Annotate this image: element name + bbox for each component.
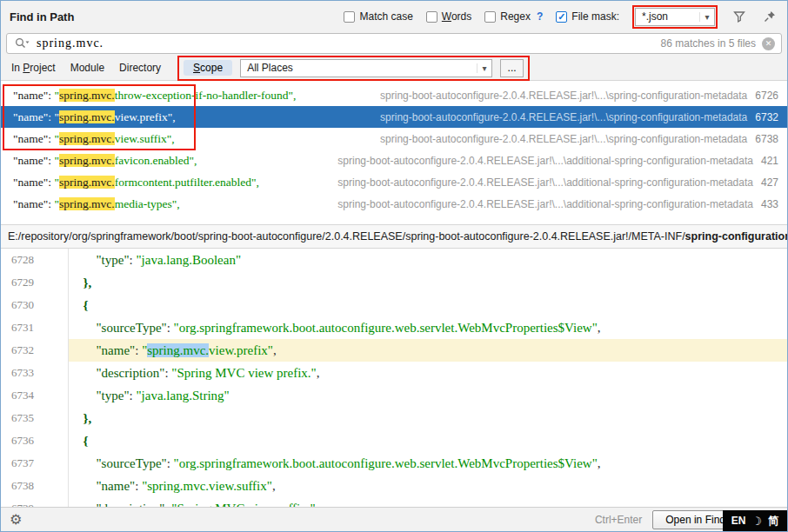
gear-icon[interactable]: ⚙ (10, 513, 22, 527)
ime-mode: 简 (768, 514, 778, 529)
file-mask-value: *.json (636, 10, 699, 23)
file-mask-label: File mask: (571, 10, 619, 23)
ime-indicator[interactable]: EN ☽ 简 (723, 510, 787, 531)
annotation-box-scope: Scope All Places ▾ ... (177, 56, 530, 81)
code-text: "name": "spring.mvc.view.prefix", (69, 339, 787, 362)
regex-label: Regex (500, 10, 531, 23)
result-code: "name": "spring.mvc.media-types", (13, 197, 180, 211)
line-number: 6739 (1, 497, 69, 507)
result-file-path: spring-boot-autoconfigure-2.0.4.RELEASE.… (337, 176, 753, 189)
file-path-text: E:/repository/org/springframework/boot/s… (8, 230, 685, 243)
file-mask-option[interactable]: ✓ File mask: (556, 10, 619, 23)
result-row[interactable]: "name": "spring.mvc.throw-exception-if-n… (1, 84, 787, 106)
scope-tab-in-project[interactable]: In Project (11, 62, 56, 74)
shortcut-hint: Ctrl+Enter (595, 514, 642, 526)
editor-preview[interactable]: 6728 "type": "java.lang.Boolean"6729 },6… (1, 249, 787, 507)
editor-line: 6736 { (1, 429, 787, 452)
scope-value: All Places (241, 62, 477, 74)
result-row[interactable]: "name": "spring.mvc.favicon.enabled",spr… (1, 150, 787, 171)
line-number: 6728 (1, 249, 69, 271)
ime-language: EN (731, 515, 746, 527)
result-code: "name": "spring.mvc.favicon.enabled", (13, 154, 197, 168)
clear-search-icon[interactable]: ✕ (762, 37, 775, 50)
scope-tab-module[interactable]: Module (70, 62, 104, 74)
result-location: spring-boot-autoconfigure-2.0.4.RELEASE.… (337, 198, 778, 210)
editor-line: 6728 "type": "java.lang.Boolean" (1, 249, 787, 271)
line-number: 6734 (1, 384, 69, 407)
regex-checkbox[interactable] (484, 11, 496, 23)
search-field[interactable]: spring.mvc. 86 matches in 5 files ✕ (6, 33, 782, 54)
editor-line: 6733 "description": "Spring MVC view pre… (1, 362, 787, 384)
match-highlight: spring.mvc. (59, 154, 115, 167)
words-label: Words (442, 10, 471, 23)
editor-line: 6729 }, (1, 271, 787, 294)
filter-icon[interactable] (731, 8, 748, 25)
line-number: 6735 (1, 407, 69, 429)
match-count: 86 matches in 5 files (661, 37, 756, 50)
result-location: spring-boot-autoconfigure-2.0.4.RELEASE.… (380, 111, 778, 123)
code-text: { (69, 429, 787, 452)
search-icon[interactable] (13, 35, 30, 52)
result-code: "name": "spring.mvc.formcontent.putfilte… (13, 176, 259, 190)
result-code: "name": "spring.mvc.view.suffix", (13, 132, 175, 146)
scope-select[interactable]: All Places ▾ (240, 59, 492, 77)
file-path-bar: E:/repository/org/springframework/boot/s… (1, 225, 787, 249)
words-checkbox[interactable] (426, 11, 437, 23)
annotation-box-file-mask: *.json ▾ (632, 5, 718, 29)
code-text: "description": "Spring MVC view suffix."… (69, 497, 787, 507)
result-row[interactable]: "name": "spring.mvc.view.suffix",spring-… (1, 128, 787, 150)
result-file-path: spring-boot-autoconfigure-2.0.4.RELEASE.… (380, 90, 747, 102)
result-location: spring-boot-autoconfigure-2.0.4.RELEASE.… (337, 155, 778, 167)
match-highlight: spring.mvc. (59, 110, 115, 123)
result-file-path: spring-boot-autoconfigure-2.0.4.RELEASE.… (337, 155, 753, 167)
regex-option[interactable]: Regex ? (484, 10, 543, 23)
regex-help-link[interactable]: ? (537, 10, 543, 23)
result-location: spring-boot-autoconfigure-2.0.4.RELEASE.… (380, 133, 778, 145)
match-case-checkbox[interactable] (344, 11, 355, 23)
file-mask-select[interactable]: *.json ▾ (635, 8, 715, 26)
scope-tab-directory[interactable]: Directory (119, 62, 161, 74)
editor-line: 6739 "description": "Spring MVC view suf… (1, 497, 787, 507)
result-line-number: 6726 (755, 90, 778, 102)
dialog-title: Find in Path (10, 10, 74, 23)
editor-line: 6730 { (1, 294, 787, 316)
line-number: 6738 (1, 475, 69, 497)
find-in-path-dialog: Find in Path Match case Words Regex ? ✓ … (0, 0, 788, 532)
code-text: "name": "spring.mvc.view.suffix", (69, 475, 787, 497)
result-line-number: 6732 (755, 111, 778, 123)
scope-bar: In Project Module Directory Scope All Pl… (1, 56, 787, 81)
results-list: "name": "spring.mvc.throw-exception-if-n… (1, 81, 787, 225)
chevron-down-icon: ▾ (699, 12, 714, 22)
file-name-bold: spring-configuration-metada (685, 230, 787, 243)
editor-line: 6738 "name": "spring.mvc.view.suffix", (1, 475, 787, 497)
editor-line: 6731 "sourceType": "org.springframework.… (1, 316, 787, 339)
match-highlight: spring.mvc. (59, 89, 115, 102)
result-row[interactable]: "name": "spring.mvc.media-types",spring-… (1, 193, 787, 215)
scope-tab-scope[interactable]: Scope (184, 60, 232, 76)
search-row: spring.mvc. 86 matches in 5 files ✕ (1, 32, 787, 56)
result-file-path: spring-boot-autoconfigure-2.0.4.RELEASE.… (380, 133, 747, 145)
pin-icon[interactable] (761, 8, 778, 25)
result-row[interactable]: "name": "spring.mvc.view.prefix",spring-… (1, 106, 787, 128)
result-line-number: 433 (761, 198, 778, 210)
result-line-number: 421 (761, 155, 778, 167)
result-location: spring-boot-autoconfigure-2.0.4.RELEASE.… (337, 176, 778, 189)
result-row[interactable]: "name": "spring.mvc.formcontent.putfilte… (1, 171, 787, 193)
line-number: 6729 (1, 271, 69, 294)
code-text: "type": "java.lang.String" (69, 384, 787, 407)
code-text: "sourceType": "org.springframework.boot.… (69, 316, 787, 339)
editor-line: 6737 "sourceType": "org.springframework.… (1, 452, 787, 475)
more-scopes-button[interactable]: ... (500, 59, 524, 77)
words-option[interactable]: Words (426, 10, 471, 23)
result-code: "name": "spring.mvc.throw-exception-if-n… (13, 89, 296, 103)
match-case-option[interactable]: Match case (344, 10, 412, 23)
match-highlight: spring.mvc. (59, 176, 115, 189)
search-input[interactable]: spring.mvc. (37, 37, 104, 50)
result-line-number: 427 (761, 176, 778, 189)
code-text: }, (69, 407, 787, 429)
file-mask-checkbox[interactable]: ✓ (556, 11, 567, 23)
dialog-header: Find in Path Match case Words Regex ? ✓ … (1, 1, 787, 32)
code-text: "type": "java.lang.Boolean" (69, 249, 787, 271)
code-text: "description": "Spring MVC view prefix."… (69, 362, 787, 384)
line-number: 6736 (1, 429, 69, 452)
